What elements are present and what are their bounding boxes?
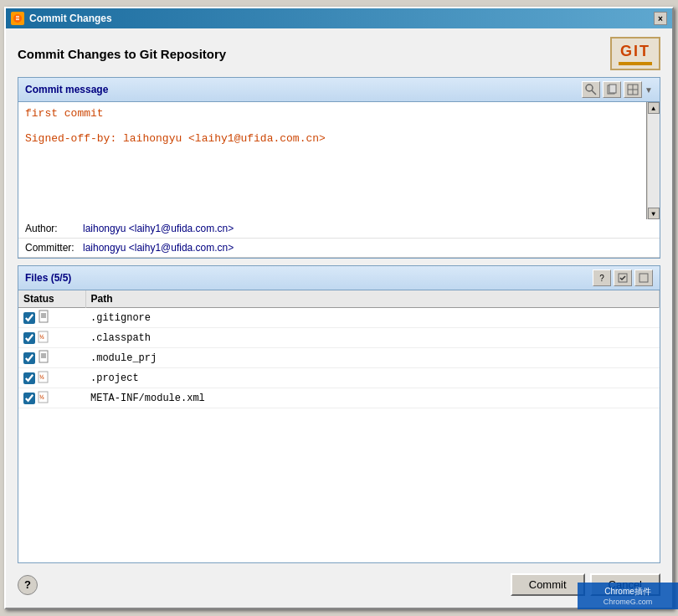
file-checkbox[interactable]	[23, 312, 35, 324]
git-file-icon: ½	[38, 390, 51, 406]
svg-rect-12	[639, 274, 648, 282]
svg-point-4	[586, 85, 593, 91]
files-table: Status Path .gitignore ½ .classpath	[18, 290, 660, 408]
file-checkbox[interactable]	[23, 332, 35, 344]
svg-rect-13	[39, 311, 48, 322]
col-path: Path	[85, 290, 660, 308]
bottom-bar: ? Commit Cancel	[18, 570, 660, 599]
file-path-cell: .project	[85, 368, 660, 388]
git-file-icon: ½	[38, 330, 51, 346]
doc-file-icon	[38, 310, 51, 326]
svg-rect-2	[16, 18, 19, 18]
svg-text:½: ½	[39, 394, 44, 400]
svg-text:½: ½	[39, 374, 44, 380]
window-body: Commit Changes to Git Repository GIT Com…	[6, 28, 672, 608]
message-panel-inner: first commit Signed-off-by: laihongyu <l…	[18, 102, 660, 219]
commit-message-label: Commit message	[25, 84, 108, 95]
toolbar-btn-2[interactable]	[603, 81, 621, 98]
svg-rect-7	[609, 85, 616, 93]
table-row: .module_prj	[18, 348, 660, 368]
scroll-up-btn[interactable]: ▲	[648, 102, 660, 114]
committer-label: Committer:	[25, 242, 80, 254]
files-toolbar-btn-1[interactable]: ?	[593, 270, 611, 286]
file-path-cell: .gitignore	[85, 308, 660, 328]
file-status-cell	[18, 308, 85, 328]
watermark-line1: Chrome插件	[584, 586, 671, 598]
committer-row: Committer: laihongyu <laihy1@ufida.com.c…	[18, 239, 660, 258]
file-path-cell: .module_prj	[85, 348, 660, 368]
table-row: ½ .project	[18, 368, 660, 388]
toolbar-btn-1[interactable]	[582, 81, 600, 98]
scroll-down-btn[interactable]: ▼	[648, 208, 660, 219]
files-table-container: Status Path .gitignore ½ .classpath	[18, 290, 660, 562]
window-icon	[11, 12, 24, 25]
file-path-cell: .classpath	[85, 328, 660, 348]
help-button[interactable]: ?	[18, 575, 38, 595]
table-row: .gitignore	[18, 308, 660, 328]
titlebar: Commit Changes ×	[6, 8, 672, 28]
commit-message-toolbar: ▼	[582, 81, 653, 98]
commit-message-panel: Commit message	[18, 77, 660, 259]
doc-file-icon	[38, 350, 51, 366]
git-file-icon: ½	[38, 370, 51, 386]
file-status-cell	[18, 348, 85, 368]
col-status: Status	[18, 290, 85, 308]
author-value: laihongyu <laihy1@ufida.com.cn>	[83, 223, 234, 234]
author-row: Author: laihongyu <laihy1@ufida.com.cn>	[18, 219, 660, 239]
file-path-cell: META-INF/module.xml	[85, 388, 660, 408]
commit-message-header: Commit message	[18, 78, 660, 102]
svg-rect-19	[39, 351, 48, 362]
page-title-row: Commit Changes to Git Repository GIT	[18, 37, 660, 70]
svg-rect-3	[16, 19, 19, 20]
files-header: Files (5/5) ?	[18, 266, 660, 290]
file-status-cell: ½	[18, 368, 85, 388]
git-logo: GIT	[610, 37, 660, 70]
file-checkbox[interactable]	[23, 352, 35, 364]
svg-text:½: ½	[39, 334, 44, 340]
file-checkbox[interactable]	[23, 393, 35, 404]
file-status-cell: ½	[18, 388, 85, 408]
svg-rect-1	[16, 16, 19, 17]
files-panel: Files (5/5) ?	[18, 265, 660, 563]
titlebar-left: Commit Changes	[11, 12, 112, 25]
table-row: ½ META-INF/module.xml	[18, 388, 660, 408]
toolbar-dropdown: ▼	[645, 85, 653, 95]
window-title: Commit Changes	[29, 13, 112, 24]
files-toolbar-btn-3[interactable]	[634, 270, 653, 286]
watermark-line2: ChromeG.com	[584, 598, 671, 606]
files-toolbar-btn-2[interactable]	[614, 270, 632, 286]
scroll-track	[648, 114, 660, 208]
commit-message-textarea[interactable]: first commit Signed-off-by: laihongyu <l…	[18, 102, 646, 219]
table-row: ½ .classpath	[18, 328, 660, 348]
commit-button[interactable]: Commit	[511, 573, 585, 596]
toolbar-btn-3[interactable]	[624, 81, 642, 98]
files-toolbar: ?	[593, 270, 653, 286]
committer-value: laihongyu <laihy1@ufida.com.cn>	[83, 242, 234, 254]
page-title: Commit Changes to Git Repository	[18, 47, 226, 61]
file-status-cell: ½	[18, 328, 85, 348]
git-logo-bar	[619, 62, 652, 65]
chrome-watermark: Chrome插件 ChromeG.com	[578, 583, 678, 609]
table-header-row: Status Path	[18, 290, 660, 308]
close-button[interactable]: ×	[654, 12, 667, 25]
file-checkbox[interactable]	[23, 372, 35, 384]
message-scrollbar: ▲ ▼	[646, 102, 660, 219]
main-window: Commit Changes × Commit Changes to Git R…	[4, 7, 674, 609]
svg-line-5	[592, 90, 596, 95]
files-label: Files (5/5)	[25, 272, 71, 284]
author-label: Author:	[25, 223, 80, 234]
git-logo-text: GIT	[620, 43, 650, 60]
